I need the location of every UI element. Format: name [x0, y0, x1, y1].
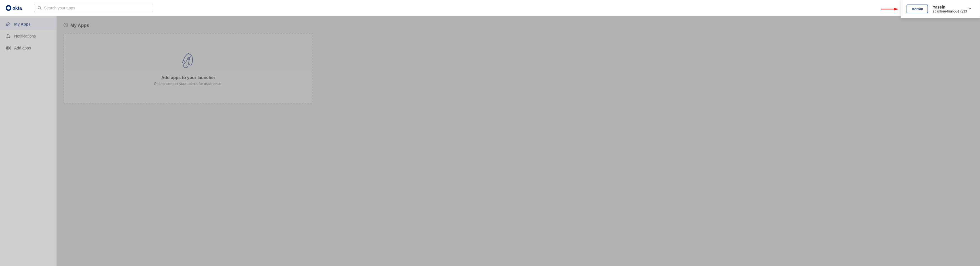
rocket-icon: [178, 51, 198, 71]
section-header: My Apps: [64, 23, 973, 29]
chevron-down-icon: [968, 7, 972, 11]
svg-text:okta: okta: [13, 6, 22, 11]
user-panel: Admin Yassin spantree-trial-5517233: [900, 0, 980, 18]
svg-line-2: [40, 8, 41, 10]
okta-logo: okta: [5, 4, 27, 12]
header: okta: [0, 0, 980, 16]
user-info: Yassin spantree-trial-5517233: [933, 5, 967, 13]
svg-rect-6: [9, 49, 10, 50]
user-name: Yassin: [933, 5, 967, 10]
sidebar-item-notifications-label: Notifications: [14, 34, 36, 38]
empty-title: Add apps to your launcher: [161, 75, 215, 80]
search-container: [34, 4, 153, 12]
user-org: spantree-trial-5517233: [933, 10, 967, 13]
section-title: My Apps: [70, 23, 89, 28]
svg-rect-4: [9, 46, 10, 48]
sidebar-item-notifications[interactable]: Notifications: [0, 30, 56, 42]
sidebar-item-add-apps-label: Add apps: [14, 46, 31, 50]
sidebar: My Apps Notifications Add apps: [0, 16, 57, 266]
search-wrapper: [34, 4, 153, 12]
svg-point-7: [64, 23, 68, 27]
sidebar-item-add-apps[interactable]: Add apps: [0, 42, 56, 54]
collapse-icon[interactable]: [64, 23, 68, 29]
red-arrow-annotation: [880, 6, 900, 13]
svg-rect-5: [6, 49, 8, 50]
empty-subtitle: Please contact your admin for assistance…: [154, 82, 223, 86]
search-input[interactable]: [44, 6, 150, 10]
empty-apps-card: Add apps to your launcher Please contact…: [64, 33, 313, 103]
main-content: My Apps Add apps to your launcher Please…: [57, 16, 980, 266]
search-icon: [38, 6, 42, 10]
bell-icon: [6, 34, 11, 38]
sidebar-item-my-apps[interactable]: My Apps: [0, 18, 56, 30]
svg-rect-3: [6, 46, 8, 48]
user-row[interactable]: Yassin spantree-trial-5517233: [933, 5, 972, 13]
sidebar-item-my-apps-label: My Apps: [14, 22, 30, 26]
home-icon: [6, 22, 11, 27]
admin-button[interactable]: Admin: [907, 5, 928, 13]
grid-icon: [6, 45, 11, 51]
